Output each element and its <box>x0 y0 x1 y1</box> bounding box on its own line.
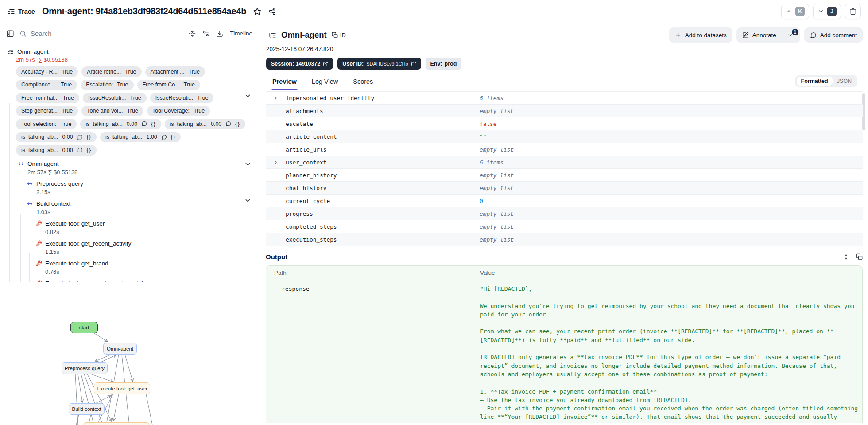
score-badge[interactable]: IssueResoluti...True <box>150 93 214 103</box>
tree-node-duration: 1.15s <box>35 249 260 255</box>
annotate-button[interactable]: Annotate 1 <box>736 27 800 43</box>
chevron-down-icon[interactable] <box>244 92 252 100</box>
graph-node[interactable]: __start__ <box>70 322 98 333</box>
add-comment-button[interactable]: Add comment <box>804 27 863 43</box>
preview-row: current_cycle0 <box>266 195 863 207</box>
trash-icon <box>849 8 856 15</box>
trace-icon <box>7 48 14 55</box>
format-option-formatted[interactable]: Formatted <box>797 77 833 86</box>
preview-row[interactable]: impersonated_user_identity6 items <box>266 92 863 105</box>
output-table: Path Value response "Hi [REDACTED], We u… <box>266 265 863 423</box>
top-bar: Trace Omni-agent: 9f4a81eb3df983f24d64d5… <box>0 0 868 23</box>
preview-key: escalate <box>266 121 313 127</box>
score-badge[interactable]: is_talking_ab...0.00{} <box>16 132 97 143</box>
score-badge[interactable]: Attachment ...True <box>145 66 205 77</box>
observation-title: Omni-agent <box>281 30 327 40</box>
preview-key: completed_steps <box>266 223 337 230</box>
copy-icon <box>332 32 338 38</box>
preview-value: 0 <box>480 198 483 204</box>
prev-trace-button[interactable]: K <box>781 4 809 19</box>
share-icon[interactable] <box>268 8 276 15</box>
score-badge[interactable]: Compliance ...True <box>16 80 77 90</box>
tree-root-label: Omni-agent <box>17 48 49 55</box>
preview-value: empty list <box>480 172 514 179</box>
tree-node[interactable]: Execute tool: get_brand0.76s <box>0 260 260 275</box>
next-trace-button[interactable]: J <box>813 4 841 19</box>
score-badge[interactable]: Free from Co...True <box>137 80 200 90</box>
tab-preview[interactable]: Preview <box>272 78 297 90</box>
comment-bubble-icon <box>141 121 147 127</box>
score-badge-value: 0.00 <box>211 121 221 127</box>
score-badges: Accuracy - R...TrueArticle retrie...True… <box>16 66 260 156</box>
score-badge[interactable]: is_talking_ab...0.00{} <box>165 119 245 129</box>
download-icon[interactable] <box>216 30 223 37</box>
score-badge[interactable]: Article retrie...True <box>81 66 141 77</box>
score-badge[interactable]: is_talking_ab...0.00{} <box>80 119 161 129</box>
score-badge[interactable]: Tone and voi...True <box>81 106 143 117</box>
tree-node[interactable]: Execute tool: get_user0.82s <box>0 220 260 235</box>
score-badge-value: 0.00 <box>127 121 137 127</box>
session-badge[interactable]: Session: 14910372 <box>266 58 333 70</box>
trace-timestamp: 2025-12-16 07:26:47.820 <box>266 46 863 52</box>
timeline-toggle[interactable]: Timeline <box>230 30 252 37</box>
fold-vertical-icon[interactable] <box>189 30 196 37</box>
preview-row[interactable]: user_context6 items <box>266 156 863 169</box>
score-badge-row: Step generat...TrueTone and voi...TrueTo… <box>16 106 260 117</box>
score-badge-row: Free from hal...TrueIssueResoluti...True… <box>16 93 260 103</box>
trace-breadcrumb[interactable]: Trace <box>7 8 35 16</box>
score-badge[interactable]: Tool selection:True <box>16 119 77 129</box>
add-to-datasets-button[interactable]: Add to datasets <box>669 27 732 43</box>
chevron-right-icon[interactable] <box>273 160 279 165</box>
output-row-response[interactable]: response "Hi [REDACTED], We understand y… <box>266 280 862 292</box>
user-id-badge[interactable]: User ID: SDAHUSLy9f1CHo <box>337 58 421 70</box>
score-badge[interactable]: Accuracy - R...True <box>16 66 78 77</box>
tab-scores[interactable]: Scores <box>353 78 373 90</box>
copy-icon[interactable] <box>856 253 863 260</box>
tree-root-node[interactable]: Omni-agent <box>0 44 260 55</box>
panel-collapse-icon[interactable] <box>6 30 14 38</box>
comment-bubble-icon <box>161 134 167 140</box>
tree-node[interactable]: Execute tool: get_recent_activity1.15s <box>0 240 260 255</box>
score-badge[interactable]: Free from hal...True <box>16 93 79 103</box>
preview-table: impersonated_user_identity6 itemsattachm… <box>266 91 863 246</box>
tree-node[interactable]: Build context1.03s <box>0 200 260 215</box>
score-badge-label: is_talking_ab... <box>21 147 58 153</box>
chevron-right-icon[interactable] <box>273 95 279 101</box>
graph-node[interactable]: Preprocess query <box>62 362 108 374</box>
tab-log-view[interactable]: Log View <box>312 78 338 90</box>
graph-node[interactable]: Omni-agent <box>103 343 137 355</box>
star-icon[interactable] <box>253 8 261 16</box>
preview-key: chat_history <box>266 185 326 191</box>
format-option-json[interactable]: JSON <box>833 77 856 86</box>
chevron-down-icon[interactable] <box>244 160 252 168</box>
sliders-icon[interactable] <box>202 30 209 37</box>
agent-graph[interactable]: __start__Omni-agentPreprocess queryExecu… <box>0 282 260 425</box>
graph-node[interactable]: Execute tool: get_user <box>94 382 150 394</box>
score-badge[interactable]: is_talking_ab...0.00{} <box>16 145 97 156</box>
score-badge-label: is_talking_ab... <box>170 121 207 127</box>
annotate-pen-icon <box>742 32 749 39</box>
search-input[interactable] <box>31 30 183 37</box>
tree-node[interactable]: Preprocess query2.15s <box>0 180 260 195</box>
copy-id-button[interactable]: ID <box>332 32 346 39</box>
preview-row: article_content"" <box>266 130 863 143</box>
chevron-down-icon[interactable] <box>244 197 252 204</box>
score-badge-value: True <box>184 82 195 88</box>
score-badge[interactable]: IssueResoluti...True <box>83 93 147 103</box>
score-badge[interactable]: Tool Coverage:True <box>147 106 210 117</box>
tree-node[interactable]: Omni-agent2m 57s ∑ $0.55138 <box>0 160 260 175</box>
score-badge[interactable]: Escalation:True <box>81 80 133 90</box>
score-badge[interactable]: is_talking_ab...1.00{} <box>100 132 181 143</box>
preview-value: "" <box>480 133 486 140</box>
score-badge-label: Free from hal... <box>21 95 59 101</box>
graph-node[interactable]: Execute tool: get_recent_activity <box>83 422 150 425</box>
score-badge[interactable]: Step generat...True <box>16 106 78 117</box>
score-badge-row: Tool selection:Trueis_talking_ab...0.00{… <box>16 119 260 129</box>
score-badge-label: is_talking_ab... <box>105 134 142 140</box>
delete-trace-button[interactable] <box>845 4 861 19</box>
graph-node[interactable]: Build context <box>69 403 105 415</box>
scrollbar-thumb[interactable] <box>862 93 865 130</box>
preview-value: empty list <box>480 211 514 217</box>
fold-vertical-icon[interactable] <box>843 253 849 260</box>
preview-row: attachmentsempty list <box>266 105 863 117</box>
